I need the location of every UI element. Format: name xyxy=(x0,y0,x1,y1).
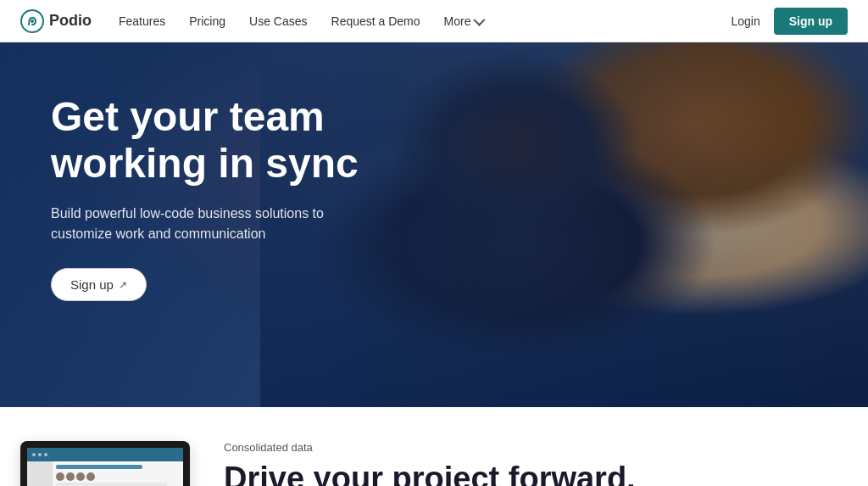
dot-3 xyxy=(44,453,47,456)
mockup-header-bar xyxy=(27,448,183,461)
mockup-screen xyxy=(27,448,183,486)
hero-subtitle: Build powerful low-code business solutio… xyxy=(51,204,373,244)
section-eyebrow: Consolidated data xyxy=(224,441,848,454)
section-text-content: Consolidated data Drive your project for… xyxy=(224,441,848,486)
below-hero-section: Consolidated data Drive your project for… xyxy=(0,407,868,486)
hero-content: Get your team working in sync Build powe… xyxy=(51,93,475,301)
device-mockup xyxy=(20,441,190,486)
hero-section: Get your team working in sync Build powe… xyxy=(0,42,868,407)
hero-title: Get your team working in sync xyxy=(51,93,475,187)
section-title: Drive your project forward, xyxy=(224,461,848,486)
mockup-avatars xyxy=(56,472,180,481)
main-nav: Podio Features Pricing Use Cases Request… xyxy=(0,0,868,42)
login-button[interactable]: Login xyxy=(731,14,760,28)
dot-1 xyxy=(32,453,36,456)
mockup-main-area xyxy=(53,461,183,486)
hero-signup-button[interactable]: Sign up ↗ xyxy=(51,268,147,301)
nav-pricing[interactable]: Pricing xyxy=(189,14,225,28)
mockup-body xyxy=(27,461,183,486)
logo-text: Podio xyxy=(49,12,92,30)
podio-logo-icon xyxy=(20,9,44,33)
mockup-laptop xyxy=(20,441,190,486)
avatar-2 xyxy=(66,472,75,481)
avatar-3 xyxy=(76,472,85,481)
avatar-4 xyxy=(86,472,95,481)
nav-links: Features Pricing Use Cases Request a Dem… xyxy=(119,14,731,29)
svg-point-1 xyxy=(31,20,34,23)
mockup-row-2 xyxy=(56,483,167,486)
mockup-sidebar xyxy=(27,461,53,486)
dot-2 xyxy=(38,453,42,456)
nav-features[interactable]: Features xyxy=(119,14,165,28)
logo-link[interactable]: Podio xyxy=(20,9,92,33)
mockup-row-1 xyxy=(56,465,142,469)
external-link-icon: ↗ xyxy=(119,279,127,291)
nav-use-cases[interactable]: Use Cases xyxy=(249,14,307,28)
avatar-1 xyxy=(56,472,64,481)
nav-request-demo[interactable]: Request a Demo xyxy=(331,14,420,28)
signup-button-nav[interactable]: Sign up xyxy=(774,8,848,35)
nav-more-dropdown[interactable]: More xyxy=(444,14,483,28)
nav-actions: Login Sign up xyxy=(731,8,848,35)
chevron-down-icon xyxy=(474,14,486,25)
